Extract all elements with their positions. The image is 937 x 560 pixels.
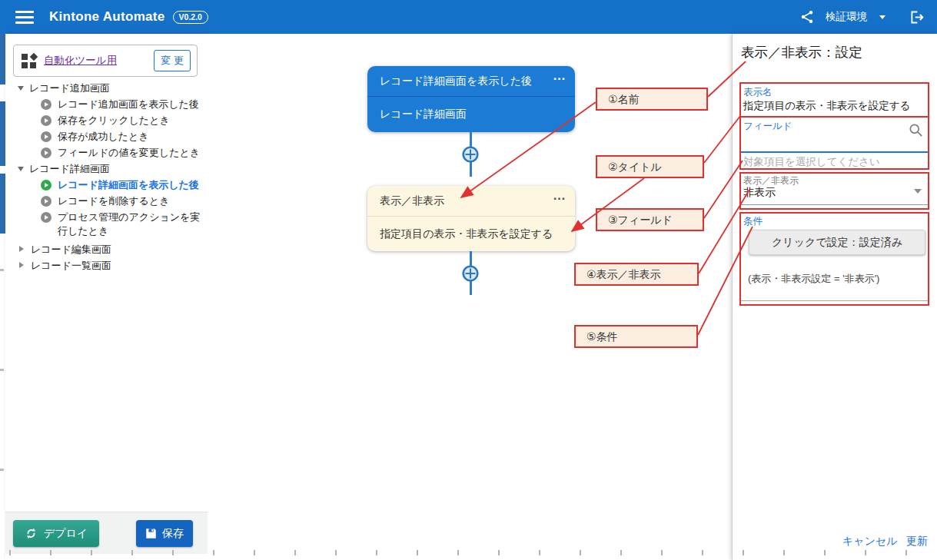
chevron-expanded-icon — [18, 167, 24, 171]
logout-icon[interactable] — [909, 9, 925, 25]
sidebar-item-after-detail-screen-shown[interactable]: レコード詳細画面を表示した後 — [41, 178, 208, 192]
sidebar: 自動化ツール用 変 更 レコード追加画面 レコード追加画面を表示した後 保存をク… — [5, 34, 208, 560]
event-icon — [41, 99, 52, 110]
sidebar-item-record-delete[interactable]: レコードを削除するとき — [41, 194, 208, 208]
condition-expression: (表示・非表示設定 = '非表示') — [748, 272, 879, 286]
environment-selector[interactable]: 検証環境 — [826, 10, 867, 24]
ruler-ticks — [0, 550, 937, 555]
annotation-title: ②タイトル — [596, 155, 704, 178]
version-badge: V0.2.0 — [173, 11, 208, 24]
sidebar-item-process-action[interactable]: プロセス管理のアクションを実行したとき — [41, 210, 208, 238]
flow-canvas[interactable]: レコード詳細画面を表示した後 … レコード詳細画面 表示／非表示 … 指定項目の… — [208, 34, 732, 560]
sidebar-footer: デプロイ 保存 — [5, 512, 208, 554]
add-step-button[interactable] — [461, 264, 480, 283]
event-icon — [41, 147, 52, 158]
floppy-disk-icon — [145, 528, 157, 539]
save-button[interactable]: 保存 — [136, 520, 193, 547]
event-icon — [41, 212, 52, 223]
app-name-link[interactable]: 自動化ツール用 — [44, 54, 117, 68]
node-menu-icon[interactable]: … — [553, 188, 566, 204]
update-button[interactable]: 更新 — [906, 535, 928, 548]
event-icon — [41, 131, 52, 142]
action-node-subtitle: 指定項目の表示・非表示を設定する — [367, 216, 575, 251]
sidebar-item-record-edit-screen[interactable]: レコード編集画面 — [18, 243, 111, 257]
annotation-visibility: ④表示／非表示 — [574, 263, 699, 286]
annotation-name: ①名前 — [596, 88, 708, 111]
app-icon — [22, 53, 38, 69]
visibility-select[interactable]: 非表示 — [743, 186, 776, 200]
chevron-expanded-icon — [18, 86, 24, 91]
event-icon — [41, 196, 52, 207]
field-search-input[interactable]: 対象項目を選択してください — [743, 155, 880, 169]
sidebar-item-record-detail-screen[interactable]: レコード詳細画面 — [18, 162, 110, 176]
annotation-field: ③フィールド — [596, 208, 704, 231]
field-input-underline — [741, 151, 929, 153]
node-menu-icon[interactable]: … — [553, 68, 566, 84]
annotation-condition: ⑤条件 — [574, 325, 698, 348]
sidebar-item-save-clicked[interactable]: 保存をクリックしたとき — [41, 114, 208, 128]
action-node-title: 表示／非表示 — [380, 194, 444, 208]
kintone-automate-window: Kintone Automate V0.2.0 検証環境 自動化ツール用 変 更 — [0, 0, 937, 560]
condition-set-button[interactable]: クリックで設定：設定済み — [749, 230, 925, 255]
minimap-strip — [0, 34, 5, 560]
sidebar-item-after-add-screen-shown[interactable]: レコード追加画面を表示した後 — [41, 98, 208, 111]
app-title: Kintone Automate — [49, 9, 165, 25]
chevron-collapsed-icon — [19, 262, 24, 268]
trigger-node-title: レコード詳細画面を表示した後 — [380, 75, 532, 88]
display-name-label: 表示名 — [743, 86, 773, 99]
sidebar-item-save-succeeded[interactable]: 保存が成功したとき — [41, 130, 208, 144]
hamburger-menu-icon[interactable] — [15, 11, 34, 24]
trigger-node[interactable]: レコード詳細画面を表示した後 … レコード詳細画面 — [367, 66, 575, 132]
deploy-button[interactable]: デプロイ — [13, 520, 99, 547]
search-icon[interactable] — [908, 122, 924, 138]
cancel-button[interactable]: キャンセル — [842, 535, 898, 548]
app-header: Kintone Automate V0.2.0 検証環境 — [0, 0, 937, 34]
condition-underline — [741, 300, 929, 301]
field-label: フィールド — [743, 120, 792, 133]
sidebar-item-record-add-screen[interactable]: レコード追加画面 — [18, 81, 110, 95]
event-icon-active — [41, 180, 52, 191]
sidebar-item-record-list-screen[interactable]: レコード一覧画面 — [18, 259, 111, 273]
share-icon[interactable] — [799, 9, 815, 25]
chevron-collapsed-icon — [19, 246, 24, 252]
settings-panel: 表示／非表示：設定 表示名 指定項目の表示・非表示を設定する フィールド 対象項… — [732, 34, 937, 560]
chevron-down-icon[interactable] — [914, 189, 922, 194]
visibility-underline — [741, 204, 929, 205]
panel-title: 表示／非表示：設定 — [741, 43, 862, 61]
sidebar-item-field-value-changed[interactable]: フィールドの値を変更したとき — [41, 146, 208, 160]
refresh-icon — [25, 527, 38, 540]
action-node[interactable]: 表示／非表示 … 指定項目の表示・非表示を設定する — [367, 186, 575, 251]
chevron-down-icon[interactable] — [879, 15, 885, 19]
display-name-value: 指定項目の表示・非表示を設定する — [743, 99, 910, 113]
app-card: 自動化ツール用 変 更 — [13, 45, 198, 77]
event-icon — [41, 115, 52, 126]
trigger-node-subtitle: レコード詳細画面 — [367, 96, 575, 132]
add-step-button[interactable] — [461, 145, 480, 164]
change-app-button[interactable]: 変 更 — [154, 50, 191, 71]
condition-label: 条件 — [743, 215, 763, 228]
